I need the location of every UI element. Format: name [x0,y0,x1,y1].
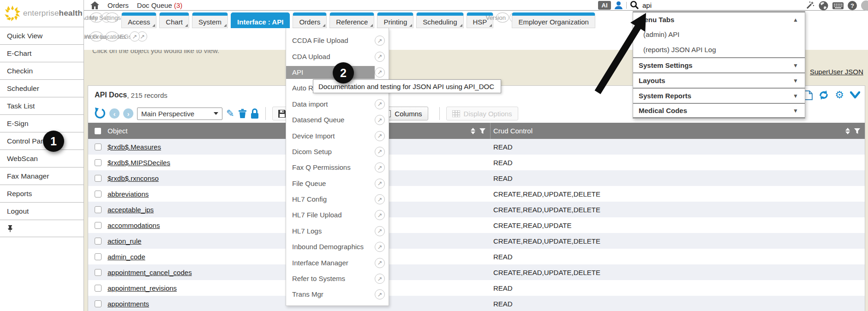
menu-item[interactable]: HL7 Logs ↗ [286,223,389,239]
tab[interactable]: Chart [159,12,189,28]
undo-icon[interactable] [94,108,106,120]
tab[interactable]: Printing [377,12,413,28]
tab[interactable]: System [192,12,228,28]
filter-icon[interactable] [479,128,485,134]
tab[interactable]: Employer Organization [512,12,595,28]
row-checkbox[interactable] [95,222,102,229]
sidebar-item[interactable]: Scheduler [0,79,84,97]
popout-icon[interactable]: ↗ [375,258,385,268]
row-checkbox[interactable] [95,238,102,245]
chevron-down-icon[interactable] [850,91,860,99]
filter-icon[interactable] [854,128,860,134]
search-dropdown-row[interactable]: System Reports ▼ [633,88,805,103]
tab[interactable]: Reference [329,12,374,28]
popout-icon[interactable]: ↗ [375,179,385,189]
doc-queue-link[interactable]: Doc Queue (3) [137,1,182,9]
object-link[interactable]: admin_code [108,253,145,261]
column-header-object[interactable]: Object [108,127,127,135]
popout-icon[interactable]: ↗ [375,274,385,284]
object-link[interactable]: $rxdb$.Measures [108,143,161,151]
menu-item[interactable]: Data import ↗ [286,96,389,112]
object-link[interactable]: appointments [108,300,149,308]
search-dropdown-row[interactable]: (admin) API [633,27,805,42]
menu-item[interactable]: CCDA File Upload ↗ [286,33,389,48]
user-icon[interactable] [614,1,623,10]
object-link[interactable]: accommodations [108,221,160,229]
row-checkbox[interactable] [95,159,102,166]
popout-icon[interactable]: ↗ [130,31,140,42]
home-icon[interactable] [90,1,99,9]
object-link[interactable]: abbreviations [108,190,149,198]
section-arrow-icon[interactable]: ▲ [793,17,798,23]
gear-icon[interactable]: ⚙ [835,90,844,100]
row-checkbox[interactable] [95,191,102,197]
object-link[interactable]: appointment_cancel_codes [108,269,192,276]
sidebar-pin-row[interactable] [0,220,84,237]
popout-icon[interactable]: ↗ [375,210,385,220]
menu-item[interactable]: Device Import ↗ [286,128,389,144]
menu-item[interactable]: Dicom Setup ↗ [286,144,389,160]
search-icon[interactable] [630,0,639,10]
perspective-select[interactable]: Main Perspective [137,108,222,120]
lock-icon[interactable] [251,108,259,119]
row-checkbox[interactable] [95,300,102,307]
tab[interactable]: Orders [293,12,327,28]
menu-item[interactable]: Inbound Demographics ↗ [286,239,389,255]
search-input[interactable]: api [642,1,652,9]
sidebar-item[interactable]: Quick View [0,27,84,44]
popout-icon[interactable]: ↗ [375,147,385,157]
tab[interactable]: Interface : API [231,12,290,28]
popout-icon[interactable]: ↗ [375,242,385,252]
object-link[interactable]: acceptable_ips [108,206,154,214]
next-page-icon[interactable]: › [123,108,133,119]
keyboard-icon[interactable] [832,2,844,10]
section-arrow-icon[interactable]: ▼ [793,62,798,69]
tab[interactable]: Version ↗ [496,12,509,23]
search-dropdown-row[interactable]: Menu Tabs ▲ [633,12,805,27]
edit-icon[interactable]: ✎ [226,108,234,119]
popout-icon[interactable]: ↗ [375,162,385,173]
prev-page-icon[interactable]: ‹ [109,108,120,119]
row-checkbox[interactable] [95,285,102,292]
section-arrow-icon[interactable]: ▼ [793,108,798,114]
popout-icon[interactable]: ↗ [375,289,385,299]
sidebar-item[interactable]: Fax Manager [0,167,84,185]
ai-badge[interactable]: AI [598,1,611,10]
row-checkbox[interactable] [95,269,102,276]
wand-icon[interactable] [805,1,814,10]
menu-item[interactable]: Fax Q Permissions ↗ [286,160,389,175]
sidebar-item[interactable]: E-Sign [0,114,84,132]
popout-icon[interactable]: ↗ [375,194,385,204]
sidebar-item[interactable]: Task List [0,97,84,114]
close-icon[interactable] [861,0,868,11]
menu-item[interactable]: File Queue ↗ [286,176,389,191]
column-header-crud-control[interactable]: Crud Control [493,127,533,135]
popout-icon[interactable]: ↗ [375,36,385,46]
display-options-button[interactable]: Display Options [446,107,518,120]
search-dropdown-row[interactable]: System Settings ▼ [633,57,805,72]
sort-icon[interactable] [845,128,850,134]
superuser-json-link[interactable]: SuperUser JSON [810,68,863,76]
search-dropdown-row[interactable]: Layouts ▼ [633,72,805,88]
popout-icon[interactable]: ↗ [375,115,385,125]
sidebar-item[interactable]: Checkin [0,62,84,79]
object-link[interactable]: $rxdb$.MIPSDeciles [108,159,170,167]
menu-item[interactable]: HL7 File Upload ↗ [286,207,389,223]
sidebar-item[interactable]: Logout [0,202,84,220]
select-all-checkbox[interactable] [95,128,101,134]
orders-link[interactable]: Orders [108,1,129,9]
menu-item[interactable]: CDA Upload ↗ [286,48,389,64]
refresh-icon[interactable] [819,90,829,100]
search-dropdown-row[interactable]: (reports) JSON API Log [633,42,805,57]
globe-icon[interactable] [819,1,828,11]
sort-icon[interactable] [471,128,475,134]
popout-icon[interactable]: ↗ [375,131,385,141]
trash-icon[interactable] [238,108,247,119]
menu-item[interactable]: Interface Manager ↗ [286,255,389,270]
menu-item[interactable]: Refer to Systems ↗ [286,271,389,287]
menu-item[interactable]: HL7 Config ↗ [286,191,389,207]
row-checkbox[interactable] [95,175,102,182]
popout-icon[interactable]: ↗ [375,226,385,236]
menu-item[interactable]: Datasend Queue ↗ [286,112,389,128]
tab[interactable]: Access [121,12,156,28]
